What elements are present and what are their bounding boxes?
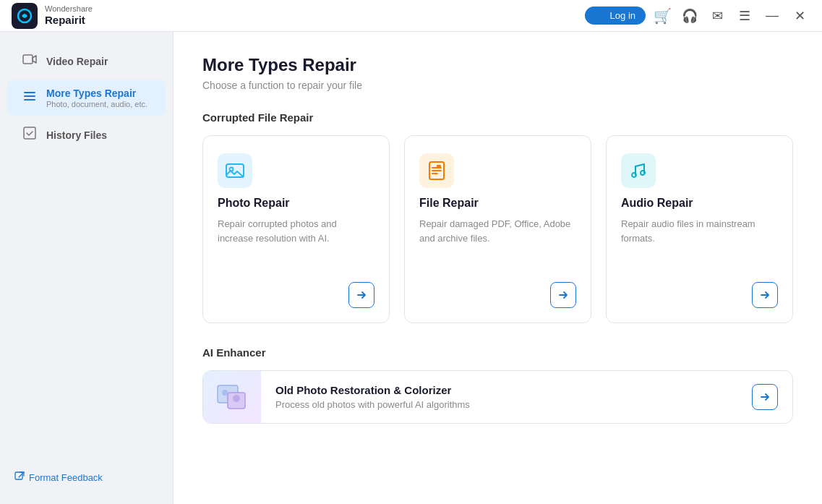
file-repair-icon-wrap xyxy=(419,153,454,188)
file-repair-arrow[interactable] xyxy=(550,282,576,308)
photo-repair-desc: Repair corrupted photos and increase res… xyxy=(218,217,374,270)
svg-rect-6 xyxy=(15,472,22,479)
main-layout: Video Repair More Types Repair Photo, do… xyxy=(0,32,822,504)
close-button[interactable]: ✕ xyxy=(789,5,810,27)
file-repair-desc: Repair damaged PDF, Office, Adobe and ar… xyxy=(419,217,576,270)
cart-button[interactable]: 🛒 xyxy=(651,5,673,27)
svg-point-15 xyxy=(233,395,240,402)
sidebar: Video Repair More Types Repair Photo, do… xyxy=(0,32,174,504)
ai-card-title: Old Photo Restoration & Colorizer xyxy=(275,384,737,396)
minimize-button[interactable]: — xyxy=(761,5,783,27)
sidebar-item-video-repair[interactable]: Video Repair xyxy=(7,45,166,77)
page-title: More Types Repair xyxy=(202,55,793,75)
video-repair-icon xyxy=(22,52,38,70)
more-types-icon xyxy=(22,89,38,107)
external-link-icon xyxy=(14,471,25,484)
svg-rect-2 xyxy=(24,92,35,93)
logo-icon xyxy=(12,3,38,29)
mail-button[interactable]: ✉ xyxy=(706,5,728,27)
format-feedback-link[interactable]: Format Feedback xyxy=(14,471,158,484)
photo-repair-card[interactable]: Photo Repair Repair corrupted photos and… xyxy=(202,135,390,323)
main-content: More Types Repair Choose a function to r… xyxy=(174,32,822,504)
menu-button[interactable]: ☰ xyxy=(734,5,755,27)
svg-rect-5 xyxy=(24,127,35,139)
audio-repair-arrow[interactable] xyxy=(752,282,778,308)
audio-repair-card[interactable]: Audio Repair Repair audio files in mains… xyxy=(606,135,793,323)
format-feedback-label: Format Feedback xyxy=(29,472,103,483)
app-logo: Wondershare Repairit xyxy=(12,3,93,29)
audio-repair-desc: Repair audio files in mainstream formats… xyxy=(621,217,778,270)
svg-rect-4 xyxy=(24,99,35,101)
sidebar-item-more-types-sublabel: Photo, document, audio, etc. xyxy=(46,100,147,108)
file-repair-title: File Repair xyxy=(419,197,576,210)
svg-rect-1 xyxy=(23,55,33,64)
brand-name: Wondershare xyxy=(45,4,93,14)
sidebar-item-more-types-label: More Types Repair xyxy=(46,87,147,99)
login-button[interactable]: 👤 Log in xyxy=(585,7,646,25)
sidebar-bottom: Format Feedback xyxy=(0,463,173,492)
repair-cards-grid: Photo Repair Repair corrupted photos and… xyxy=(202,135,793,323)
user-icon: 👤 xyxy=(595,10,607,21)
history-icon xyxy=(22,126,38,144)
ai-card-arrow[interactable] xyxy=(752,384,778,410)
corrupted-section-title: Corrupted File Repair xyxy=(202,111,793,124)
ai-enhancer-card[interactable]: Old Photo Restoration & Colorizer Proces… xyxy=(202,370,793,424)
audio-repair-title: Audio Repair xyxy=(621,197,778,210)
page-subtitle: Choose a function to repair your file xyxy=(202,80,793,91)
audio-repair-icon-wrap xyxy=(621,153,656,188)
ai-card-icon-wrap xyxy=(203,371,261,423)
svg-rect-3 xyxy=(24,95,35,97)
photo-repair-arrow[interactable] xyxy=(348,282,374,308)
titlebar-controls: 👤 Log in 🛒 🎧 ✉ ☰ — ✕ xyxy=(585,5,810,27)
photo-repair-icon-wrap xyxy=(218,153,252,188)
sidebar-item-history-label: History Files xyxy=(46,129,107,141)
headset-button[interactable]: 🎧 xyxy=(679,5,701,27)
photo-repair-title: Photo Repair xyxy=(218,197,374,210)
titlebar: Wondershare Repairit 👤 Log in 🛒 🎧 ✉ ☰ — … xyxy=(0,0,822,32)
svg-point-16 xyxy=(222,390,228,396)
ai-card-desc: Process old photos with powerful AI algo… xyxy=(275,399,737,410)
ai-section-title: AI Enhancer xyxy=(202,346,793,359)
product-name: Repairit xyxy=(45,14,93,27)
sidebar-item-history[interactable]: History Files xyxy=(7,119,166,151)
sidebar-item-video-repair-label: Video Repair xyxy=(46,56,108,67)
svg-rect-10 xyxy=(437,165,441,168)
file-repair-card[interactable]: File Repair Repair damaged PDF, Office, … xyxy=(404,135,591,323)
sidebar-item-more-types[interactable]: More Types Repair Photo, document, audio… xyxy=(7,80,166,116)
